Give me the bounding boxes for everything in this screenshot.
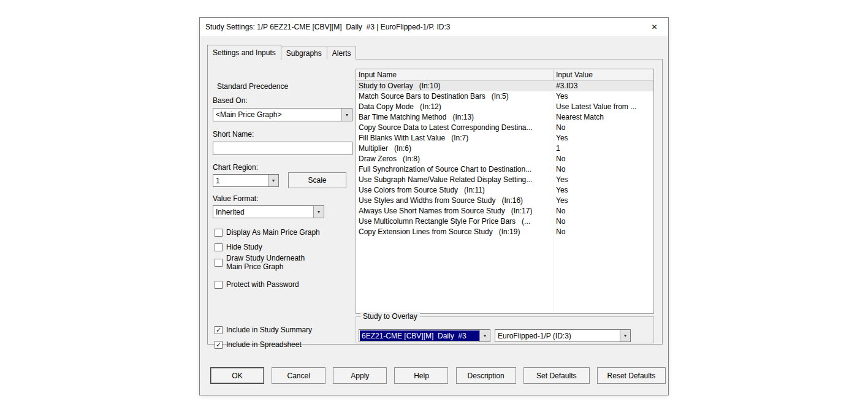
short-name-label: Short Name: xyxy=(213,130,254,139)
checkbox-box xyxy=(215,259,223,267)
overlay-study-dropdown[interactable]: EuroFlipped-1/P (ID:3) ▼ xyxy=(495,329,631,342)
tab-strip: Settings and InputsSubgraphsAlerts xyxy=(207,44,356,59)
checkbox-label: Include in Study Summary xyxy=(226,326,312,334)
overlay-chart-dropdown[interactable]: 6EZ21-CME [CBV][M] Daily #3 ▼ xyxy=(359,329,490,342)
column-header-input-name[interactable]: Input Name xyxy=(356,69,554,80)
table-row[interactable]: Copy Extension Lines from Source Study (… xyxy=(356,227,653,237)
based-on-label: Based On: xyxy=(213,96,248,105)
table-row[interactable]: Copy Source Data to Latest Corresponding… xyxy=(356,123,653,133)
chart-region-label: Chart Region: xyxy=(213,163,258,172)
table-row[interactable]: Match Source Bars to Destination Bars (I… xyxy=(356,91,653,102)
checkbox-box: ✓ xyxy=(215,341,223,349)
tab-alerts[interactable]: Alerts xyxy=(327,47,357,59)
inputs-table-header: Input Name Input Value xyxy=(356,69,653,81)
input-value-cell: Yes xyxy=(554,91,653,102)
table-row[interactable]: Study to Overlay (In:10) #3.ID3 xyxy=(356,81,653,91)
column-header-input-value[interactable]: Input Value xyxy=(554,69,653,80)
input-name-cell: Copy Extension Lines from Source Study (… xyxy=(356,227,554,237)
value-format-label: Value Format: xyxy=(213,194,258,203)
input-value-cell: Yes xyxy=(554,185,653,196)
help-button[interactable]: Help xyxy=(394,367,448,384)
table-row[interactable]: Bar Time Matching Method (In:13) Nearest… xyxy=(356,112,653,123)
table-row[interactable]: Use Colors from Source Study (In:11) Yes xyxy=(356,185,653,196)
input-name-cell: Full Synchronization of Source Chart to … xyxy=(356,164,554,175)
chevron-down-icon[interactable]: ▼ xyxy=(620,330,630,341)
input-value-cell: No xyxy=(554,164,653,175)
chevron-down-icon[interactable]: ▼ xyxy=(268,175,278,186)
input-name-cell: Use Styles and Widths from Source Study … xyxy=(356,196,554,206)
checkbox-box xyxy=(215,243,223,251)
checkbox-box: ✓ xyxy=(215,326,223,334)
based-on-value: <Main Price Graph> xyxy=(213,109,341,121)
value-format-value: Inherited xyxy=(213,206,313,218)
input-value-cell: No xyxy=(554,216,653,227)
checkbox-draw-study-underneath-main-price-graph[interactable]: Draw Study Underneath Main Price Graph xyxy=(215,254,317,272)
dialog-title: Study Settings: 1/P 6EZ21-CME [CBV][M] D… xyxy=(200,23,451,31)
based-on-dropdown[interactable]: <Main Price Graph> ▼ xyxy=(213,108,352,121)
description-button[interactable]: Description xyxy=(456,367,516,384)
tab-settings-and-inputs[interactable]: Settings and Inputs xyxy=(207,45,281,60)
inputs-table: Input Name Input Value Study to Overlay … xyxy=(356,69,654,314)
checkbox-label: Draw Study Underneath Main Price Graph xyxy=(226,254,317,272)
table-row[interactable]: Use Styles and Widths from Source Study … xyxy=(356,196,653,206)
input-name-cell: Multiplier (In:6) xyxy=(356,143,554,154)
table-row[interactable]: Use Subgraph Name/Value Related Display … xyxy=(356,175,653,185)
input-name-cell: Draw Zeros (In:8) xyxy=(356,154,554,164)
table-row[interactable]: Use Multicolumn Rectangle Style For Pric… xyxy=(356,216,653,227)
input-value-cell: No xyxy=(554,154,653,164)
table-row[interactable]: Full Synchronization of Source Chart to … xyxy=(356,164,653,175)
input-value-cell: 1 xyxy=(554,143,653,154)
table-row[interactable]: Always Use Short Names from Source Study… xyxy=(356,206,653,216)
chevron-down-icon[interactable]: ▼ xyxy=(313,206,324,218)
input-name-cell: Copy Source Data to Latest Corresponding… xyxy=(356,123,554,133)
overlay-study-value: EuroFlipped-1/P (ID:3) xyxy=(495,330,620,341)
input-value-cell: Yes xyxy=(554,196,653,206)
checkbox-label: Hide Study xyxy=(226,243,262,251)
checkbox-hide-study[interactable]: Hide Study xyxy=(215,243,262,251)
checkbox-include-in-study-summary[interactable]: ✓ Include in Study Summary xyxy=(215,326,312,334)
tab-subgraphs[interactable]: Subgraphs xyxy=(281,47,327,59)
input-value-cell: No xyxy=(554,227,653,237)
input-value-cell: #3.ID3 xyxy=(554,81,653,91)
input-name-cell: Use Colors from Source Study (In:11) xyxy=(356,185,554,196)
checkbox-label: Protect with Password xyxy=(226,280,299,289)
checkbox-display-as-main-price-graph[interactable]: Display As Main Price Graph xyxy=(215,228,320,237)
table-row[interactable]: Data Copy Mode (In:12) Use Latest Value … xyxy=(356,102,653,112)
checkbox-box xyxy=(215,229,223,237)
settings-and-inputs-pane: Standard Precedence Based On: <Main Pric… xyxy=(207,59,663,345)
close-button[interactable]: ✕ xyxy=(641,18,668,36)
chevron-down-icon[interactable]: ▼ xyxy=(479,330,490,341)
study-settings-dialog: Study Settings: 1/P 6EZ21-CME [CBV][M] D… xyxy=(199,17,669,395)
cancel-button[interactable]: Cancel xyxy=(272,367,326,384)
input-name-cell: Fill Blanks With Last Value (In:7) xyxy=(356,133,554,143)
ok-button[interactable]: OK xyxy=(210,367,264,384)
scale-button[interactable]: Scale xyxy=(288,172,346,188)
checkbox-box xyxy=(215,281,223,289)
checkbox-include-in-spreadsheet[interactable]: ✓ Include in Spreadsheet xyxy=(215,340,302,349)
chart-region-value: 1 xyxy=(213,175,268,186)
input-name-cell: Always Use Short Names from Source Study… xyxy=(356,206,554,216)
input-value-cell: No xyxy=(554,123,653,133)
short-name-input[interactable] xyxy=(213,142,352,155)
chart-region-dropdown[interactable]: 1 ▼ xyxy=(213,174,279,187)
set-defaults-button[interactable]: Set Defaults xyxy=(523,367,590,384)
overlay-chart-value: 6EZ21-CME [CBV][M] Daily #3 xyxy=(360,330,479,341)
input-value-cell: Use Latest Value from ... xyxy=(554,102,653,112)
input-value-cell: No xyxy=(554,206,653,216)
chevron-down-icon[interactable]: ▼ xyxy=(341,109,352,121)
close-icon: ✕ xyxy=(651,23,657,31)
dialog-titlebar[interactable]: Study Settings: 1/P 6EZ21-CME [CBV][M] D… xyxy=(200,18,668,36)
checkbox-protect-with-password[interactable]: Protect with Password xyxy=(215,280,299,289)
input-value-cell: Nearest Match xyxy=(554,112,653,123)
input-value-cell: Yes xyxy=(554,175,653,185)
input-name-cell: Data Copy Mode (In:12) xyxy=(356,102,554,112)
value-format-dropdown[interactable]: Inherited ▼ xyxy=(213,205,324,218)
table-row[interactable]: Draw Zeros (In:8) No xyxy=(356,154,653,164)
input-name-cell: Use Subgraph Name/Value Related Display … xyxy=(356,175,554,185)
reset-defaults-button[interactable]: Reset Defaults xyxy=(597,367,666,384)
apply-button[interactable]: Apply xyxy=(333,367,387,384)
input-name-cell: Bar Time Matching Method (In:13) xyxy=(356,112,554,123)
table-row[interactable]: Fill Blanks With Last Value (In:7) Yes xyxy=(356,133,653,143)
checkbox-label: Include in Spreadsheet xyxy=(226,340,302,349)
table-row[interactable]: Multiplier (In:6) 1 xyxy=(356,143,653,154)
